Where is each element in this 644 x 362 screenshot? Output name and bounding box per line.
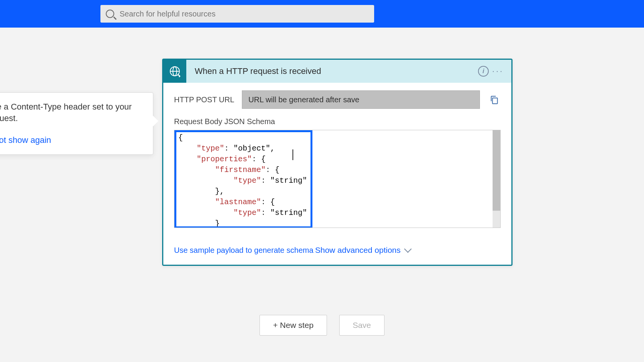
code-line: "lastname": {: [178, 197, 496, 208]
json-schema-editor[interactable]: { "type": "object", "properties": { "fir…: [174, 130, 501, 228]
show-advanced-options[interactable]: Show advanced options: [315, 246, 411, 255]
trigger-title: When a HTTP request is received: [195, 66, 476, 76]
svg-rect-3: [493, 98, 498, 104]
url-placeholder-text: URL will be generated after save: [248, 95, 359, 104]
code-line: "type": "string": [178, 208, 496, 218]
card-header[interactable]: When a HTTP request is received i ···: [163, 60, 511, 83]
code-line: "properties": {: [178, 154, 496, 165]
code-line: },: [178, 186, 496, 197]
chevron-down-icon: [404, 245, 412, 253]
tooltip-dismiss-link[interactable]: o not show again: [0, 134, 51, 146]
info-button[interactable]: i: [476, 64, 491, 79]
text-caret: [292, 149, 293, 160]
schema-label: Request Body JSON Schema: [174, 117, 501, 126]
search-box[interactable]: [100, 5, 374, 23]
save-button[interactable]: Save: [339, 315, 384, 336]
advanced-label: Show advanced options: [315, 246, 401, 255]
http-globe-icon: [163, 60, 186, 83]
ellipsis-icon: ···: [492, 66, 504, 76]
code-line: "type": "string": [178, 175, 496, 186]
code-line: }: [178, 218, 496, 228]
scrollbar-track[interactable]: [493, 130, 500, 228]
http-post-url-field: URL will be generated after save: [242, 90, 480, 109]
code-line: {: [178, 133, 496, 143]
tooltip-text: ude a Content-Type header set to your re…: [0, 101, 143, 124]
content-type-tooltip: ude a Content-Type header set to your re…: [0, 92, 153, 155]
info-icon: i: [478, 66, 489, 77]
footer-actions: + New step Save: [0, 315, 644, 336]
use-sample-payload-link[interactable]: Use sample payload to generate schema: [174, 246, 314, 255]
http-trigger-card: When a HTTP request is received i ··· HT…: [162, 59, 513, 266]
url-label: HTTP POST URL: [174, 95, 234, 104]
card-body: HTTP POST URL URL will be generated afte…: [163, 83, 511, 265]
search-icon: [106, 10, 114, 18]
code-line: "firstname": {: [178, 165, 496, 175]
scrollbar-thumb[interactable]: [493, 130, 500, 211]
code-line: "type": "object",: [178, 143, 496, 154]
new-step-button[interactable]: + New step: [260, 315, 327, 336]
top-header-bar: [0, 0, 644, 28]
search-input[interactable]: [120, 10, 369, 18]
more-menu-button[interactable]: ···: [491, 64, 505, 79]
copy-url-button[interactable]: [488, 93, 501, 106]
